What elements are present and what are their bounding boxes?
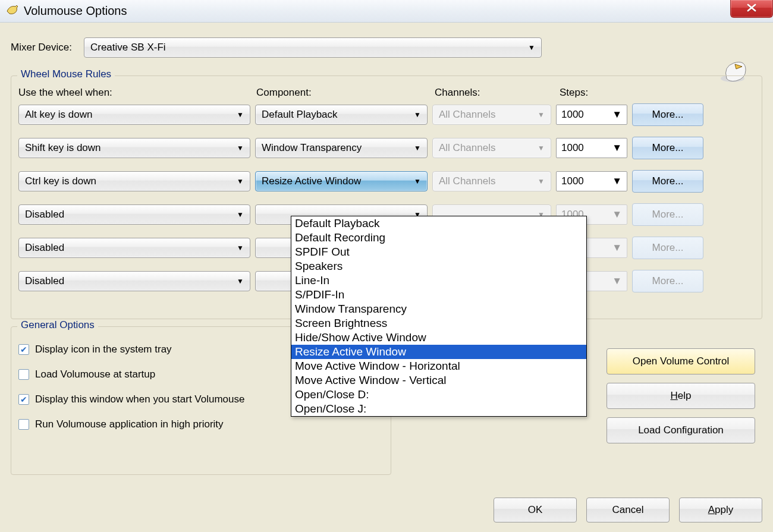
dropdown-option[interactable]: Open/Close D: <box>291 388 586 402</box>
chevron-down-icon: ▼ <box>612 142 622 154</box>
more-button: More... <box>632 270 703 292</box>
close-button[interactable] <box>730 0 773 18</box>
component-value: Window Transparency <box>262 142 362 154</box>
wheel-condition-dropdown[interactable]: Alt key is down▼ <box>18 105 250 125</box>
open-volume-control-button[interactable]: Open Volume Control <box>607 348 755 374</box>
chevron-down-icon: ▼ <box>612 175 622 187</box>
rule-row: Shift key is down▼Window Transparency▼Al… <box>18 137 755 159</box>
steps-spinner[interactable]: 1000▼ <box>556 105 627 125</box>
chevron-down-icon: ▼ <box>538 177 545 185</box>
more-label: More... <box>652 109 684 121</box>
chevron-down-icon: ▼ <box>612 109 622 121</box>
rule-row: Alt key is down▼Default Playback▼All Cha… <box>18 103 755 126</box>
cancel-label: Cancel <box>612 504 644 516</box>
volumouse-options-window: Volumouse Options Mixer Device: Creative… <box>0 0 773 532</box>
wheel-condition-dropdown[interactable]: Disabled▼ <box>18 238 250 258</box>
chevron-down-icon: ▼ <box>612 275 622 287</box>
more-button[interactable]: More... <box>632 170 703 193</box>
steps-value: 1000 <box>561 109 584 121</box>
more-button: More... <box>632 237 703 259</box>
cancel-button[interactable]: Cancel <box>586 498 670 522</box>
chevron-down-icon: ▼ <box>237 210 244 219</box>
chevron-down-icon: ▼ <box>612 209 622 221</box>
open-volume-control-label: Open Volume Control <box>633 355 730 367</box>
chevron-down-icon: ▼ <box>538 111 545 119</box>
wheel-rules-title: Wheel Mouse Rules <box>17 68 115 80</box>
wheel-condition-value: Alt key is down <box>25 109 92 121</box>
component-dropdown[interactable]: Default Playback▼ <box>255 105 428 125</box>
apply-button[interactable]: Apply <box>679 498 762 522</box>
close-icon <box>746 2 758 15</box>
wheel-condition-dropdown[interactable]: Ctrl key is down▼ <box>18 171 250 191</box>
dropdown-option[interactable]: Screen Brightness <box>291 316 586 330</box>
more-label: More... <box>652 209 684 221</box>
wheel-condition-value: Shift key is down <box>25 142 101 154</box>
mixer-device-label: Mixer Device: <box>11 42 72 53</box>
dropdown-option[interactable]: Line-In <box>291 273 586 288</box>
dropdown-option[interactable]: SPDIF Out <box>291 245 586 259</box>
checkbox[interactable]: ✔ <box>18 394 29 405</box>
steps-value: 1000 <box>561 142 584 154</box>
dropdown-option[interactable]: Move Active Window - Horizontal <box>291 359 586 373</box>
dropdown-option[interactable]: Move Active Window - Vertical <box>291 373 586 388</box>
more-button: More... <box>632 203 703 226</box>
header-channels: Channels: <box>435 87 560 99</box>
dropdown-option[interactable]: S/PDIF-In <box>291 288 586 302</box>
steps-spinner[interactable]: 1000▼ <box>556 171 627 191</box>
more-button[interactable]: More... <box>632 137 703 159</box>
checkbox[interactable] <box>18 369 29 380</box>
more-label: More... <box>652 275 684 287</box>
mixer-device-dropdown[interactable]: Creative SB X-Fi ▼ <box>84 37 542 58</box>
checkbox[interactable] <box>18 419 29 430</box>
channels-dropdown[interactable]: All Channels▼ <box>432 105 551 125</box>
more-label: More... <box>652 175 684 187</box>
mixer-device-value: Creative SB X-Fi <box>90 42 166 53</box>
titlebar: Volumouse Options <box>0 0 773 23</box>
component-dropdown-popup[interactable]: Default PlaybackDefault RecordingSPDIF O… <box>291 216 587 417</box>
component-dropdown[interactable]: Window Transparency▼ <box>255 138 428 158</box>
more-label: More... <box>652 142 684 154</box>
wheel-condition-value: Disabled <box>25 275 64 287</box>
checkbox-label: Run Volumouse application in high priori… <box>35 418 224 430</box>
apply-label: Apply <box>708 504 734 516</box>
ok-button[interactable]: OK <box>494 498 577 522</box>
wheel-condition-value: Disabled <box>25 209 64 221</box>
wheel-condition-dropdown[interactable]: Disabled▼ <box>18 271 250 291</box>
more-label: More... <box>652 242 684 254</box>
load-configuration-button[interactable]: Load Configuration <box>607 417 755 443</box>
channels-value: All Channels <box>439 175 495 187</box>
channels-dropdown[interactable]: All Channels▼ <box>432 138 551 158</box>
steps-spinner[interactable]: 1000▼ <box>556 138 627 158</box>
dropdown-option[interactable]: Default Playback <box>291 216 586 231</box>
dropdown-option[interactable]: Default Recording <box>291 231 586 245</box>
chevron-down-icon: ▼ <box>237 177 244 185</box>
dropdown-option[interactable]: Hide/Show Active Window <box>291 330 586 345</box>
dropdown-option[interactable]: Open/Close J: <box>291 402 586 416</box>
chevron-down-icon: ▼ <box>414 177 421 185</box>
chevron-down-icon: ▼ <box>237 111 244 119</box>
channels-value: All Channels <box>439 109 495 121</box>
dropdown-option[interactable]: Resize Active Window <box>291 345 586 359</box>
help-label: Help <box>671 390 692 402</box>
wheel-condition-dropdown[interactable]: Shift key is down▼ <box>18 138 250 158</box>
dropdown-option[interactable]: Speakers <box>291 259 586 273</box>
header-wheel: Use the wheel when: <box>18 87 256 99</box>
wheel-condition-value: Disabled <box>25 242 64 254</box>
chevron-down-icon: ▼ <box>414 111 421 119</box>
help-button[interactable]: Help <box>607 383 755 409</box>
ok-label: OK <box>528 504 543 516</box>
dropdown-option[interactable]: Window Transparency <box>291 302 586 316</box>
channels-dropdown[interactable]: All Channels▼ <box>432 171 551 191</box>
checkbox-row: Run Volumouse application in high priori… <box>18 418 384 430</box>
component-dropdown[interactable]: Resize Active Window▼ <box>255 171 428 191</box>
checkbox[interactable]: ✔ <box>18 344 29 355</box>
app-icon <box>6 3 19 19</box>
header-steps: Steps: <box>560 87 637 99</box>
chevron-down-icon: ▼ <box>237 144 244 152</box>
wheel-condition-dropdown[interactable]: Disabled▼ <box>18 204 250 225</box>
rule-row: Ctrl key is down▼Resize Active Window▼Al… <box>18 170 755 193</box>
more-button[interactable]: More... <box>632 103 703 126</box>
channels-value: All Channels <box>439 142 495 154</box>
chevron-down-icon: ▼ <box>612 242 622 254</box>
load-configuration-label: Load Configuration <box>638 424 724 436</box>
